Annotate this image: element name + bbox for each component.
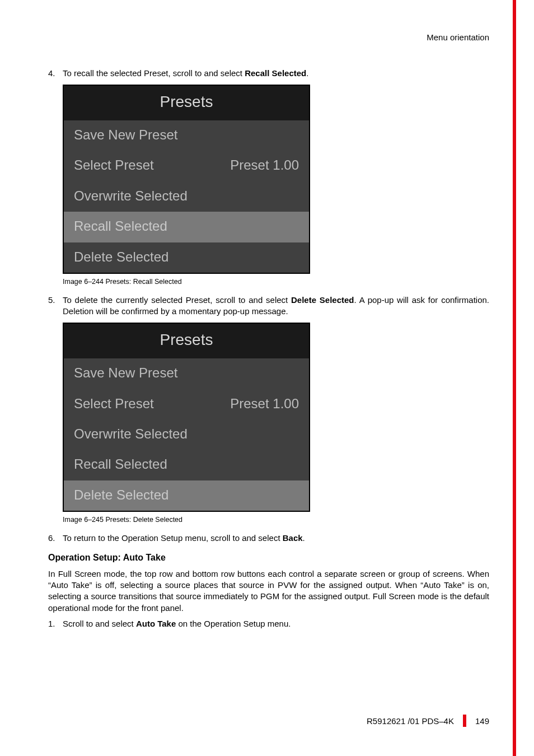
footer-accent-bar	[463, 715, 466, 727]
screenshot-title: Presets	[64, 86, 309, 120]
step-4: 4. To recall the selected Preset, scroll…	[48, 68, 489, 79]
step-number: 1.	[48, 618, 63, 629]
menu-row-delete-selected[interactable]: Delete Selected	[64, 242, 309, 273]
menu-row-recall-selected[interactable]: Recall Selected	[64, 212, 309, 242]
step-text: Scroll to and select Auto Take on the Op…	[63, 618, 489, 629]
page-content: 4. To recall the selected Preset, scroll…	[48, 68, 489, 629]
step-text-after: .	[303, 533, 305, 543]
step-text: To recall the selected Preset, scroll to…	[63, 68, 489, 79]
header-section-label: Menu orientation	[48, 32, 489, 42]
step-text-bold: Recall Selected	[245, 68, 306, 78]
page-footer: R5912621 /01 PDS–4K 149	[367, 715, 489, 727]
section-paragraph: In Full Screen mode, the top row and bot…	[48, 568, 489, 614]
menu-row-value: Preset 1.00	[230, 156, 299, 174]
menu-row-label: Overwrite Selected	[74, 425, 188, 443]
step-text-before: To return to the Operation Setup menu, s…	[63, 533, 283, 543]
step-text-before: Scroll to and select	[63, 619, 136, 628]
menu-row-overwrite-selected[interactable]: Overwrite Selected	[64, 181, 309, 212]
step-text-after: .	[306, 68, 308, 78]
step-5: 5. To delete the currently selected Pres…	[48, 295, 489, 318]
step-text-before: To delete the currently selected Preset,…	[63, 295, 291, 305]
screenshot-presets-recall: Presets Save New Preset Select Preset Pr…	[63, 85, 310, 274]
menu-row-label: Select Preset	[74, 156, 154, 174]
menu-row-save-new-preset[interactable]: Save New Preset	[64, 120, 309, 151]
menu-row-label: Overwrite Selected	[74, 187, 188, 205]
menu-row-label: Recall Selected	[74, 455, 167, 473]
menu-row-select-preset[interactable]: Select Preset Preset 1.00	[64, 151, 309, 181]
page-edge-accent	[513, 0, 516, 756]
menu-row-label: Recall Selected	[74, 217, 167, 235]
step-number: 5.	[48, 295, 63, 318]
footer-page-number: 149	[475, 716, 489, 726]
step-number: 4.	[48, 68, 63, 79]
step-text-bold: Back	[283, 533, 303, 543]
step-6: 6. To return to the Operation Setup menu…	[48, 533, 489, 544]
menu-row-label: Select Preset	[74, 395, 154, 413]
menu-row-label: Delete Selected	[74, 486, 168, 504]
menu-row-delete-selected[interactable]: Delete Selected	[64, 480, 309, 511]
menu-row-overwrite-selected[interactable]: Overwrite Selected	[64, 419, 309, 450]
screenshot-presets-delete: Presets Save New Preset Select Preset Pr…	[63, 323, 310, 512]
menu-row-label: Delete Selected	[74, 248, 168, 266]
footer-doc-id: R5912621 /01 PDS–4K	[367, 716, 454, 726]
section-heading-auto-take: Operation Setup: Auto Take	[48, 552, 489, 564]
menu-row-label: Save New Preset	[74, 126, 177, 144]
step-1-auto-take: 1. Scroll to and select Auto Take on the…	[48, 618, 489, 629]
step-text-after: on the Operation Setup menu.	[176, 619, 291, 628]
step-number: 6.	[48, 533, 63, 544]
menu-row-select-preset[interactable]: Select Preset Preset 1.00	[64, 389, 309, 419]
page-container: Menu orientation 4. To recall the select…	[0, 0, 534, 756]
step-text: To delete the currently selected Preset,…	[63, 295, 489, 318]
step-text: To return to the Operation Setup menu, s…	[63, 533, 489, 544]
menu-row-save-new-preset[interactable]: Save New Preset	[64, 358, 309, 389]
screenshot-caption-2: Image 6–245 Presets: Delete Selected	[63, 515, 489, 525]
screenshot-caption-1: Image 6–244 Presets: Recall Selected	[63, 277, 489, 287]
menu-row-recall-selected[interactable]: Recall Selected	[64, 450, 309, 480]
step-text-before: To recall the selected Preset, scroll to…	[63, 68, 245, 78]
step-text-bold: Delete Selected	[291, 295, 354, 305]
menu-row-label: Save New Preset	[74, 364, 177, 382]
menu-row-value: Preset 1.00	[230, 395, 299, 413]
step-text-bold: Auto Take	[136, 619, 176, 628]
screenshot-title: Presets	[64, 324, 309, 358]
